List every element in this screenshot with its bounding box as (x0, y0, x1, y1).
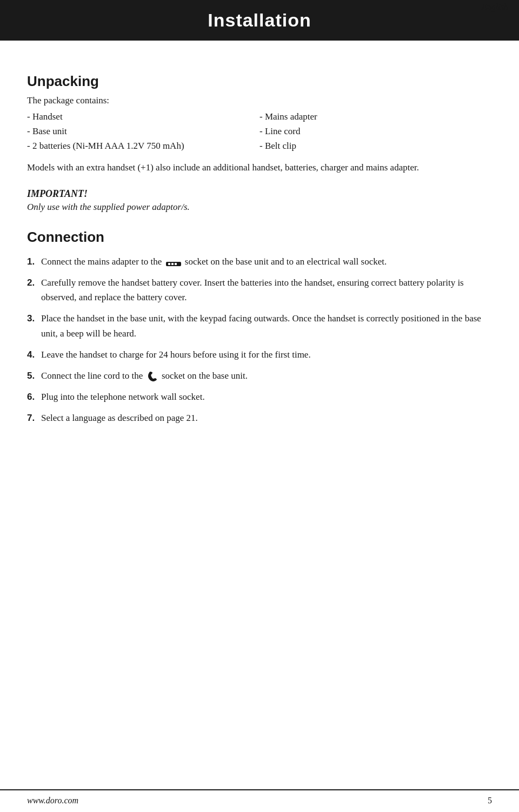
language-label: English (482, 2, 508, 12)
step-2: 2. Carefully remove the handset battery … (27, 275, 492, 305)
step-1-number: 1. (27, 254, 41, 269)
important-title: IMPORTANT! (27, 188, 492, 200)
step-3: 3. Place the handset in the base unit, w… (27, 311, 492, 340)
right-item-1: - Mains adapter (260, 109, 492, 124)
step-6: 6. Plug into the telephone network wall … (27, 390, 492, 404)
package-left-col: - Handset - Base unit - 2 batteries (Ni-… (27, 109, 260, 154)
step-3-text: Place the handset in the base unit, with… (41, 311, 492, 340)
left-item-2: - Base unit (27, 124, 260, 138)
footer-page-number: 5 (488, 796, 492, 806)
step-6-number: 6. (27, 390, 41, 404)
connection-section: Connection 1. Connect the mains adapter … (27, 229, 492, 426)
footer: www.doro.com 5 (0, 789, 519, 812)
step-3-number: 3. (27, 311, 41, 326)
connection-title: Connection (27, 229, 492, 246)
step-5: 5. Connect the line cord to the socket o… (27, 368, 492, 383)
step-4-number: 4. (27, 347, 41, 362)
main-content: Unpacking The package contains: - Handse… (0, 41, 519, 475)
step-4-text: Leave the handset to charge for 24 hours… (41, 347, 492, 362)
package-right-col: - Mains adapter - Line cord - Belt clip (260, 109, 492, 154)
extra-models-note: Models with an extra handset (+1) also i… (27, 160, 492, 175)
step-1-text: Connect the mains adapter to the socket … (41, 254, 492, 269)
step-6-text: Plug into the telephone network wall soc… (41, 390, 492, 404)
step-1: 1. Connect the mains adapter to the sock… (27, 254, 492, 269)
step-5-text: Connect the line cord to the socket on t… (41, 368, 492, 383)
step-7-number: 7. (27, 411, 41, 425)
left-item-3: - 2 batteries (Ni-MH AAA 1.2V 750 mAh) (27, 138, 260, 153)
step-5-number: 5. (27, 368, 41, 383)
important-section: IMPORTANT! Only use with the supplied po… (27, 188, 492, 213)
header-bar: Installation (0, 0, 519, 41)
right-item-2: - Line cord (260, 124, 492, 138)
step-7-text: Select a language as described on page 2… (41, 411, 492, 425)
plug-socket-icon (166, 258, 181, 267)
unpacking-section: Unpacking The package contains: - Handse… (27, 73, 492, 175)
right-item-3: - Belt clip (260, 138, 492, 153)
step-2-number: 2. (27, 275, 41, 290)
package-items-list: - Handset - Base unit - 2 batteries (Ni-… (27, 109, 492, 154)
left-item-1: - Handset (27, 109, 260, 124)
steps-list: 1. Connect the mains adapter to the sock… (27, 254, 492, 426)
step-4: 4. Leave the handset to charge for 24 ho… (27, 347, 492, 362)
footer-website: www.doro.com (27, 796, 78, 806)
unpacking-title: Unpacking (27, 73, 492, 90)
phone-icon (147, 372, 158, 381)
step-2-text: Carefully remove the handset battery cov… (41, 275, 492, 305)
svg-rect-1 (168, 263, 170, 265)
svg-rect-3 (175, 263, 177, 265)
svg-rect-2 (171, 263, 174, 265)
page-title: Installation (0, 10, 519, 31)
package-intro: The package contains: (27, 95, 492, 106)
step-7: 7. Select a language as described on pag… (27, 411, 492, 425)
important-text: Only use with the supplied power adaptor… (27, 202, 492, 213)
